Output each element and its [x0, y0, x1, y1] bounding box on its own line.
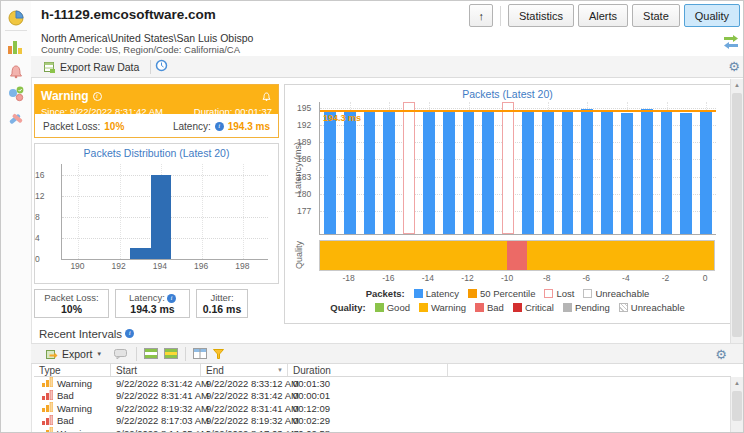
postpone-bell-icon[interactable]	[261, 87, 272, 105]
tools-icon[interactable]	[7, 109, 25, 127]
warning-info-icon[interactable]: i	[93, 92, 102, 101]
filter-icon[interactable]	[213, 345, 224, 363]
latency-bar[interactable]	[601, 112, 613, 234]
collapse-up-button[interactable]: ↑	[469, 4, 493, 27]
legend-item-label: Warning	[431, 302, 466, 313]
quality-segment-bad[interactable]	[507, 241, 527, 270]
y-tick-label: 177	[297, 206, 315, 216]
x-tick-label: 194	[150, 261, 170, 271]
quality-segment-warning[interactable]	[527, 241, 714, 270]
interval-end-cell: 9/22/2022 8:31:41 AM	[201, 402, 288, 415]
latency-bar[interactable]	[443, 112, 455, 234]
table-row[interactable]: Warning9/22/2022 8:19:32 AM9/22/2022 8:3…	[34, 402, 731, 415]
intervals-table-body: Warning9/22/2022 8:31:42 AM9/22/2022 8:3…	[34, 377, 731, 433]
header-separator	[500, 6, 501, 26]
pie-chart-icon[interactable]	[7, 9, 25, 27]
x-tick-label: -14	[416, 273, 440, 283]
scrollbar-thumb[interactable]	[732, 93, 742, 337]
host-title: h-11129.emcosoftware.com	[41, 7, 216, 22]
column-header-duration[interactable]: Duration	[288, 364, 448, 376]
distribution-bar[interactable]	[130, 248, 151, 259]
location-path: North America\United States\San Luis Obi…	[41, 32, 253, 44]
latency-bar[interactable]	[364, 112, 376, 234]
scroll-up-arrow[interactable]: ▲	[731, 79, 743, 92]
stat-box-jitter: Jitter:0.16 ms	[196, 289, 248, 318]
legend-item-label: Critical	[525, 302, 554, 313]
latency-bar[interactable]	[581, 109, 593, 234]
latency-bar[interactable]	[522, 112, 534, 234]
distribution-bar[interactable]	[151, 175, 172, 259]
latency-bar[interactable]	[562, 112, 574, 234]
scrollbar-thumb[interactable]	[732, 391, 742, 421]
latency-bar[interactable]	[463, 112, 475, 234]
history-icon[interactable]	[155, 58, 168, 76]
toolbar-separator	[185, 347, 186, 361]
bad-bars-icon	[42, 415, 53, 427]
interval-type-cell: Bad	[34, 390, 111, 403]
main-scrollbar[interactable]: ▲	[730, 79, 743, 343]
table-row[interactable]: Warning9/22/2022 8:31:42 AM9/22/2022 8:3…	[34, 377, 731, 390]
latency-bar[interactable]	[482, 112, 494, 234]
x-tick-label: 196	[191, 261, 211, 271]
percentile-label: 194.3 ms	[323, 113, 361, 123]
recent-intervals-info-icon[interactable]: i	[125, 329, 134, 338]
export-raw-data-button[interactable]: Export Raw Data	[37, 58, 146, 76]
unreachable-swatch	[619, 303, 628, 312]
tab-statistics[interactable]: Statistics	[508, 4, 574, 27]
latency-bar[interactable]	[680, 113, 692, 234]
table-scrollbar[interactable]: ▲	[730, 377, 743, 433]
host-states-icon[interactable]	[7, 85, 25, 103]
warning-bars-icon	[42, 377, 53, 389]
latency-bar[interactable]	[383, 112, 395, 234]
scroll-up-arrow[interactable]: ▲	[731, 377, 743, 390]
latency-bar[interactable]	[542, 112, 554, 234]
comment-icon[interactable]	[114, 345, 127, 363]
stat-value: 194.3 ms	[116, 303, 189, 315]
latency-info-icon[interactable]: i	[215, 122, 224, 131]
table-row[interactable]: Bad9/22/2022 8:31:41 AM9/22/2022 8:31:42…	[34, 390, 731, 403]
bell-icon[interactable]	[7, 61, 25, 79]
warning-packet-loss-value: 10%	[104, 121, 124, 132]
bar-slot	[637, 102, 657, 234]
latency-bar[interactable]	[700, 112, 712, 234]
bar-chart-icon[interactable]	[7, 37, 25, 55]
bar-slot	[439, 102, 459, 234]
column-chooser-icon[interactable]	[193, 345, 207, 363]
bad-swatch	[475, 303, 484, 312]
quality-segment-warning[interactable]	[320, 241, 507, 270]
export-button[interactable]: Export▼	[39, 345, 109, 363]
interval-empty-cell	[448, 402, 731, 415]
band-view-icon[interactable]	[144, 345, 158, 363]
striped-view-icon[interactable]	[164, 345, 178, 363]
column-header-type[interactable]: Type	[34, 364, 111, 376]
latency-bar[interactable]	[641, 109, 653, 234]
warning-bars-icon	[42, 402, 53, 414]
bar-slot	[518, 102, 538, 234]
stat-box-latency: Latency:i194.3 ms	[115, 289, 190, 318]
lost-packet-marker[interactable]	[502, 102, 514, 234]
latency-bar[interactable]	[324, 112, 336, 234]
legend-item-label: Latency	[426, 288, 459, 299]
legend-item: Lost	[544, 288, 574, 299]
interval-type-cell: Warning	[34, 427, 111, 433]
tab-state[interactable]: State	[632, 4, 680, 27]
column-header-end[interactable]: End▼	[201, 364, 288, 376]
sync-arrows-icon[interactable]	[723, 34, 739, 54]
settings-gear-icon[interactable]: ⚙	[728, 60, 740, 73]
quality-strip[interactable]	[319, 240, 715, 271]
latency-bar[interactable]	[621, 113, 633, 234]
latency-bar[interactable]	[344, 112, 356, 234]
table-row[interactable]: Warning9/22/2022 8:14:05 AM9/22/2022 8:1…	[34, 427, 731, 433]
grid-settings-gear-icon[interactable]: ⚙	[715, 348, 727, 361]
column-header-start[interactable]: Start	[111, 364, 201, 376]
interval-duration-cell: 00:02:29	[288, 415, 448, 428]
table-row[interactable]: Bad9/22/2022 8:17:03 AM9/22/2022 8:19:32…	[34, 415, 731, 428]
info-icon[interactable]: i	[167, 294, 176, 303]
tab-quality[interactable]: Quality	[684, 4, 740, 27]
lost-packet-marker[interactable]	[403, 102, 415, 234]
stat-label: Latency:i	[116, 292, 189, 303]
latency-bar[interactable]	[661, 112, 673, 234]
tab-alerts[interactable]: Alerts	[578, 4, 628, 27]
header-tabs: ↑ StatisticsAlertsStateQuality	[469, 4, 740, 27]
latency-bar[interactable]	[423, 112, 435, 234]
